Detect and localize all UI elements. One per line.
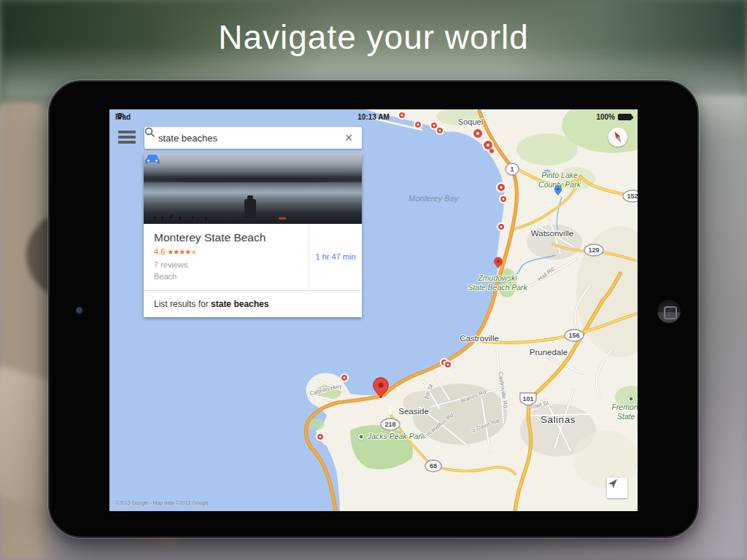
map-label: Jacks Peak Park: [367, 432, 425, 440]
beach-result-marker[interactable]: [436, 127, 444, 134]
svg-text:1: 1: [510, 166, 514, 173]
svg-text:68: 68: [430, 462, 437, 470]
svg-text:218: 218: [384, 421, 395, 428]
status-bar: iPad 10:13 AM 100%: [109, 109, 638, 124]
road-shield: 152: [623, 190, 638, 202]
map-label: Pinto Lake: [541, 171, 578, 179]
menu-button[interactable]: [118, 131, 136, 145]
road-shield: 156: [565, 330, 584, 341]
svg-text:129: 129: [588, 246, 599, 254]
map-label: Salinas: [541, 414, 576, 425]
road-shield: 218: [381, 419, 400, 430]
compass-icon: [608, 128, 627, 147]
svg-text:156: 156: [568, 332, 579, 339]
road-shield: 1: [506, 163, 519, 175]
beach-photo[interactable]: [144, 153, 362, 224]
map-label: Seaside: [398, 407, 429, 416]
search-input[interactable]: [158, 133, 343, 144]
car-icon: [144, 153, 161, 166]
clear-search-icon[interactable]: ✕: [343, 132, 355, 144]
lifeguard-tower-silhouette: [244, 199, 256, 218]
map-label: Prunedale: [530, 348, 568, 357]
reviews-count: 7 reviews: [154, 260, 309, 271]
beach-result-marker[interactable]: [444, 361, 452, 368]
beach-result-marker[interactable]: [341, 374, 348, 381]
beach-result-marker[interactable]: [483, 140, 493, 150]
beach-result-marker[interactable]: [317, 433, 324, 440]
map-copyright: ©2013 Google - Map data ©2013 Google: [115, 500, 209, 505]
beach-result-marker[interactable]: [498, 223, 505, 230]
map-label: Castroville: [460, 334, 499, 343]
map-label: Monterey Bay: [409, 194, 459, 203]
map-label: State Beach Park: [468, 283, 527, 292]
location-arrow-icon: [607, 478, 619, 489]
road-shield: 129: [584, 244, 603, 256]
map-label: Fremont: [611, 402, 638, 411]
list-results-link[interactable]: List results for state beaches: [144, 290, 362, 317]
battery-icon: [618, 114, 632, 120]
hero-title: Navigate your world: [0, 18, 747, 57]
place-title: Monterey State Beach: [154, 231, 309, 244]
rating-value: 4.6: [154, 247, 165, 256]
road-shield: 68: [425, 460, 441, 472]
search-icon: [144, 127, 155, 138]
svg-text:101: 101: [522, 395, 533, 402]
search-bar: ✕: [144, 127, 362, 149]
drive-time: 1 hr 47 min: [315, 252, 355, 261]
my-location-button[interactable]: [607, 478, 627, 498]
map-label: Watsonville: [531, 229, 573, 238]
poi-dot[interactable]: [489, 149, 494, 153]
home-button[interactable]: [657, 299, 681, 324]
directions-button[interactable]: 1 hr 47 min: [309, 224, 362, 290]
map-label: State P: [617, 412, 638, 421]
star-rating-icon: ★★★★: [167, 248, 190, 256]
ipad-device: SoquelMonterey BayPinto LakeCounty ParkW…: [48, 80, 699, 538]
rating-row: 4.6 ★★★★★: [154, 247, 309, 256]
footer-query: state beaches: [211, 299, 268, 309]
beach-result-marker[interactable]: [500, 195, 507, 203]
ipad-screen: SoquelMonterey BayPinto LakeCounty ParkW…: [109, 109, 638, 511]
clock: 10:13 AM: [109, 113, 638, 121]
battery-percent: 100%: [596, 113, 615, 121]
map-label: Zmudowski: [477, 273, 517, 282]
place-category: Beach: [154, 271, 309, 283]
beach-result-marker[interactable]: [497, 183, 506, 192]
road-shield: 101: [520, 393, 536, 405]
compass-button[interactable]: [608, 128, 627, 147]
front-camera: [76, 307, 83, 314]
beach-result-marker[interactable]: [473, 128, 483, 139]
result-card[interactable]: Monterey State Beach 4.6 ★★★★★ 7 reviews…: [144, 153, 362, 317]
svg-text:152: 152: [627, 192, 638, 200]
